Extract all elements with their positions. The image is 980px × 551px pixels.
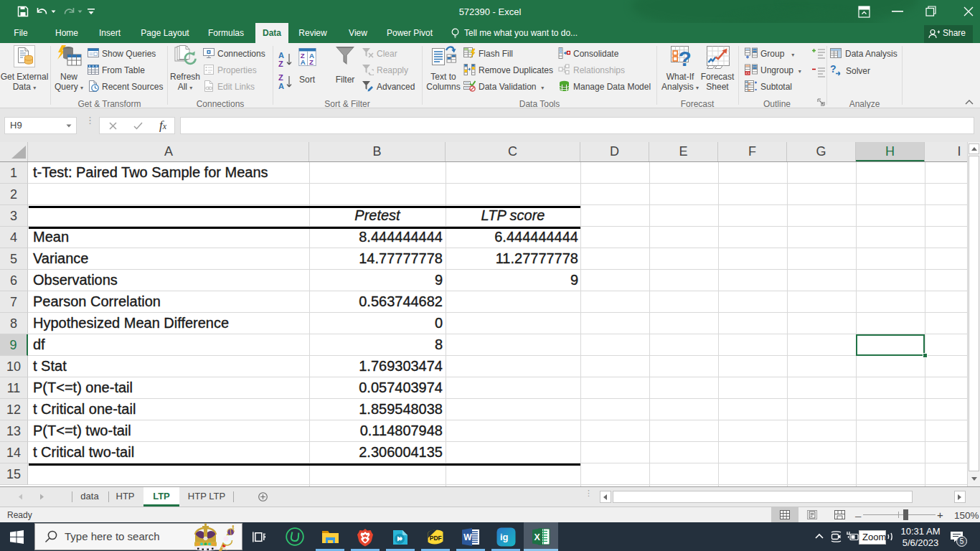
svg-text:ig: ig bbox=[500, 532, 509, 542]
svg-text:?: ? bbox=[679, 47, 692, 70]
svg-text:Z: Z bbox=[278, 73, 283, 82]
svg-text:A: A bbox=[301, 58, 306, 66]
svg-text:Z: Z bbox=[309, 58, 314, 66]
svg-text:PDF: PDF bbox=[430, 534, 442, 542]
svg-text:A: A bbox=[278, 51, 284, 60]
svg-text:?: ? bbox=[830, 64, 837, 75]
svg-text:A: A bbox=[278, 82, 284, 90]
svg-text:Z: Z bbox=[278, 60, 283, 68]
svg-text:W: W bbox=[463, 532, 472, 542]
svg-text:X: X bbox=[534, 532, 541, 542]
